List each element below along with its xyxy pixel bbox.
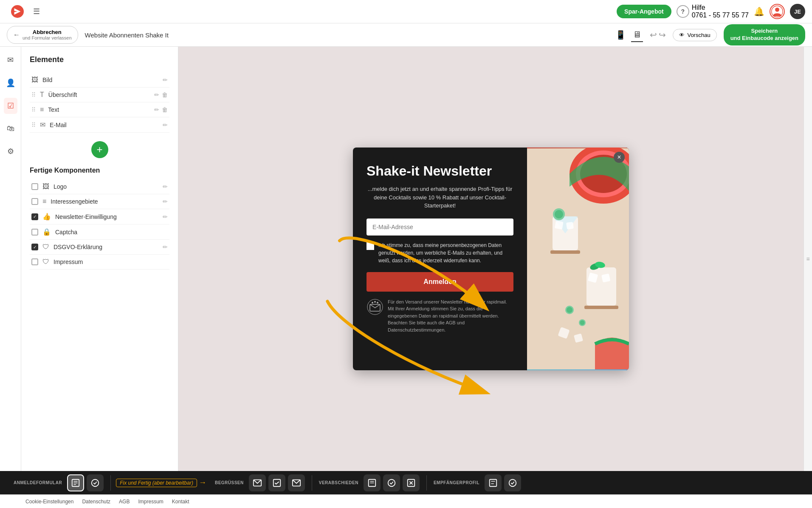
svg-rect-13 <box>555 221 564 230</box>
help-section: ? Hilfe 0761 - 55 77 55 77 <box>677 4 749 19</box>
help-phone: 0761 - 55 77 55 77 <box>692 11 749 19</box>
element-email: ⠿ ✉ E-Mail ✏ <box>30 117 169 133</box>
captcha-checkbox[interactable] <box>31 229 38 236</box>
help-text: Hilfe 0761 - 55 77 55 77 <box>692 4 749 19</box>
sidebar-checkbox-icon[interactable]: ☑ <box>4 98 17 114</box>
form-left: Shake-it Newsletter ...melde dich jetzt … <box>353 148 527 370</box>
hamburger-btn[interactable]: ☰ <box>33 7 40 16</box>
heading-icon: T <box>40 91 44 99</box>
logo-checkbox[interactable] <box>31 183 38 190</box>
left-sidebar: ✉ 👤 ☑ 🛍 ⚙ <box>0 47 21 471</box>
add-element-button[interactable]: + <box>91 141 108 158</box>
help-circle-icon[interactable]: ? <box>677 5 689 18</box>
verabschieden-section: VERABSCHIEDEN <box>314 474 425 491</box>
vorschau-button[interactable]: 👁 Vorschau <box>673 29 716 41</box>
dsgvo-icon: 🛡 <box>42 243 49 251</box>
footer-impressum-link[interactable]: Impressum <box>138 499 163 505</box>
svg-point-49 <box>509 479 516 486</box>
drag-handle-ueberschrift[interactable]: ⠿ <box>31 91 36 98</box>
empfaengerprofil-btn2[interactable] <box>504 474 521 491</box>
divider-1 <box>110 475 111 491</box>
right-collapse-handle[interactable]: ≡ <box>804 47 812 471</box>
delete-ueberschrift-icon[interactable]: 🗑 <box>162 91 168 98</box>
anmeldeformular-form-icon-btn[interactable] <box>67 474 84 491</box>
dsgvo-checkbox[interactable]: ✓ <box>31 244 38 250</box>
speichern-line1: Speichern <box>730 28 798 35</box>
undo-button[interactable]: ↩ <box>650 30 657 40</box>
cancel-btn-text: Abbrechen und Formular verlassen <box>23 29 72 41</box>
anmelden-button[interactable]: Anmelden <box>367 272 513 292</box>
anmeldeformular-check-icon-btn[interactable] <box>87 474 104 491</box>
redo-button[interactable]: ↪ <box>659 30 666 40</box>
svg-point-24 <box>567 307 572 313</box>
svg-point-4 <box>372 302 373 304</box>
interessengebiete-label: Interessengebiete <box>51 198 158 205</box>
verabschieden-btn3[interactable] <box>403 474 420 491</box>
interessengebiete-checkbox[interactable] <box>31 198 38 205</box>
form-close-button[interactable]: × <box>614 152 625 163</box>
mobile-device-icon[interactable]: 📱 <box>614 28 628 42</box>
sidebar-mail-icon[interactable]: ✉ <box>4 52 17 68</box>
sidebar-settings-icon[interactable]: ⚙ <box>4 143 17 159</box>
drag-handle-email[interactable]: ⠿ <box>31 122 36 128</box>
sidebar-user-icon[interactable]: 👤 <box>3 75 19 91</box>
second-nav: ← Abbrechen und Formular verlassen Websi… <box>0 23 812 47</box>
svg-rect-18 <box>584 306 618 309</box>
drag-handle-text[interactable]: ⠿ <box>31 106 36 113</box>
desktop-device-icon[interactable]: 🖥 <box>631 28 643 42</box>
footer-cookie-link[interactable]: Cookie-Einstellungen <box>25 499 73 505</box>
begruessen-mail-btn[interactable] <box>249 474 266 491</box>
impressum-checkbox[interactable] <box>31 258 38 265</box>
verabschieden-btn1[interactable] <box>364 474 381 491</box>
cancel-button[interactable]: ← Abbrechen und Formular verlassen <box>7 26 78 44</box>
consent-checkbox-row: Ich stimme zu, dass meine personenbezoge… <box>367 241 513 264</box>
logo-comp-icon: 🖼 <box>42 183 49 190</box>
edit-bild-icon[interactable]: ✏ <box>163 77 168 83</box>
component-dsgvo: ✓ 🛡 DSGVO-Erklärung ✏ <box>30 240 169 255</box>
newsletter-einwilligung-checkbox[interactable]: ✓ <box>31 213 38 220</box>
element-bild-label: Bild <box>42 77 158 83</box>
svg-point-26 <box>580 321 585 325</box>
footer-kontakt-link[interactable]: Kontakt <box>172 499 189 505</box>
element-text-label: Text <box>48 106 150 113</box>
email-input[interactable] <box>367 219 513 236</box>
impressum-icon: 🛡 <box>42 258 49 266</box>
bell-icon[interactable]: 🔔 <box>754 6 764 17</box>
user-avatar[interactable] <box>770 4 785 19</box>
svg-point-1 <box>775 8 779 12</box>
interessengebiete-edit-icon[interactable]: ✏ <box>163 198 168 205</box>
logo-edit-icon[interactable]: ✏ <box>163 183 168 190</box>
consent-checkbox[interactable] <box>367 242 374 250</box>
text-icon: ≡ <box>40 106 44 114</box>
edit-text-icon[interactable]: ✏ <box>154 106 159 113</box>
back-arrow-icon: ← <box>13 31 20 39</box>
anmeldeformular-label: ANMELDEFORMULAR <box>14 480 62 485</box>
begruessen-check-btn[interactable] <box>268 474 285 491</box>
dsgvo-edit-icon[interactable]: ✏ <box>163 244 168 250</box>
einwilligung-edit-icon[interactable]: ✏ <box>163 213 168 220</box>
edit-email-icon[interactable]: ✏ <box>163 122 168 128</box>
elements-title: Elemente <box>30 55 169 64</box>
user-initials[interactable]: JE <box>790 4 805 19</box>
nav-arrows: ↩ ↪ <box>650 30 666 40</box>
interessengebiete-icon: ≡ <box>42 198 46 205</box>
empfaengerprofil-btn1[interactable] <box>485 474 502 491</box>
footer-datenschutz-link[interactable]: Datenschutz <box>82 499 110 505</box>
component-captcha: 🔒 Captcha <box>30 224 169 240</box>
sidebar-shop-icon[interactable]: 🛍 <box>3 121 18 136</box>
verabschieden-btn2[interactable] <box>383 474 400 491</box>
element-ueberschrift-label: Überschrift <box>48 91 150 98</box>
captcha-icon: 🔒 <box>42 228 51 236</box>
component-impressum: 🛡 Impressum <box>30 255 169 270</box>
delete-text-icon[interactable]: 🗑 <box>162 106 168 113</box>
speichern-button[interactable]: Speichern und Einbaucode anzeigen <box>724 24 805 45</box>
begruessen-mail2-btn[interactable] <box>288 474 305 491</box>
edit-ueberschrift-icon[interactable]: ✏ <box>154 91 159 98</box>
spar-angebot-button[interactable]: Spar-Angebot <box>617 5 671 18</box>
divider-3 <box>426 475 427 491</box>
impressum-label: Impressum <box>54 258 168 265</box>
top-nav: ☰ Spar-Angebot ? Hilfe 0761 - 55 77 55 7… <box>0 0 812 23</box>
annotation-text: Fix und Fertig (aber bearbeitbar) <box>116 479 197 487</box>
footer-agb-link[interactable]: AGB <box>119 499 130 505</box>
dsgvo-label: DSGVO-Erklärung <box>54 244 158 250</box>
